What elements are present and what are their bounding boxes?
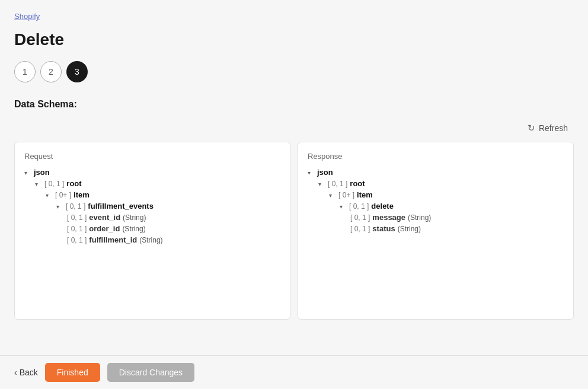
- request-node-fulfillment-id: [ 0, 1 ] fulfillment_id (String): [67, 234, 280, 245]
- schema-panels: Request ▾ json ▾ [ 0, 1 ] root ▾ [ 0+ ] …: [14, 142, 574, 320]
- refresh-button[interactable]: ↻ Refresh: [522, 119, 574, 137]
- back-label: Back: [20, 368, 38, 377]
- response-json-label: json: [317, 168, 333, 177]
- discard-button[interactable]: Discard Changes: [107, 363, 194, 382]
- step-1[interactable]: 1: [14, 61, 36, 82]
- response-panel-label: Response: [308, 152, 564, 161]
- response-node-message: [ 0, 1 ] message (String): [350, 212, 564, 223]
- response-json-root: ▾ json: [308, 167, 564, 178]
- request-node-fulfillment-events: ▾ [ 0, 1 ] fulfillment_events: [56, 200, 280, 212]
- back-arrow-icon: ‹: [14, 368, 17, 377]
- chevron-icon[interactable]: ▾: [329, 192, 336, 199]
- response-panel: Response ▾ json ▾ [ 0, 1 ] root ▾ [ 0+ ]…: [298, 142, 574, 320]
- chevron-icon[interactable]: ▾: [56, 203, 63, 210]
- response-node-delete: ▾ [ 0, 1 ] delete: [340, 200, 564, 212]
- chevron-icon[interactable]: ▾: [35, 181, 42, 187]
- request-node-event-id: [ 0, 1 ] event_id (String): [67, 212, 280, 223]
- bottom-bar: ‹ Back Finished Discard Changes: [0, 355, 588, 389]
- finished-button[interactable]: Finished: [45, 363, 100, 382]
- response-node-item: ▾ [ 0+ ] item: [329, 189, 564, 200]
- chevron-icon[interactable]: ▾: [318, 181, 325, 187]
- request-node-order-id: [ 0, 1 ] order_id (String): [67, 223, 280, 234]
- request-json-root: ▾ json: [24, 167, 280, 178]
- stepper: 1 2 3: [14, 61, 574, 82]
- page-title: Delete: [14, 30, 574, 49]
- response-node-root: ▾ [ 0, 1 ] root: [318, 178, 564, 189]
- chevron-icon[interactable]: ▾: [340, 203, 347, 210]
- chevron-icon[interactable]: ▾: [24, 170, 31, 176]
- step-3[interactable]: 3: [66, 61, 88, 82]
- response-node-status: [ 0, 1 ] status (String): [350, 223, 564, 234]
- refresh-label: Refresh: [539, 123, 568, 133]
- section-title: Data Schema:: [14, 99, 574, 110]
- back-button[interactable]: ‹ Back: [14, 368, 38, 377]
- breadcrumb[interactable]: Shopify: [14, 12, 574, 21]
- request-panel: Request ▾ json ▾ [ 0, 1 ] root ▾ [ 0+ ] …: [14, 142, 290, 320]
- request-node-root: ▾ [ 0, 1 ] root: [35, 178, 280, 189]
- chevron-icon[interactable]: ▾: [308, 170, 315, 176]
- chevron-icon[interactable]: ▾: [46, 192, 53, 199]
- request-panel-label: Request: [24, 152, 280, 161]
- step-2[interactable]: 2: [40, 61, 62, 82]
- refresh-icon: ↻: [528, 123, 535, 133]
- request-json-label: json: [34, 168, 50, 177]
- request-node-item: ▾ [ 0+ ] item: [46, 189, 280, 200]
